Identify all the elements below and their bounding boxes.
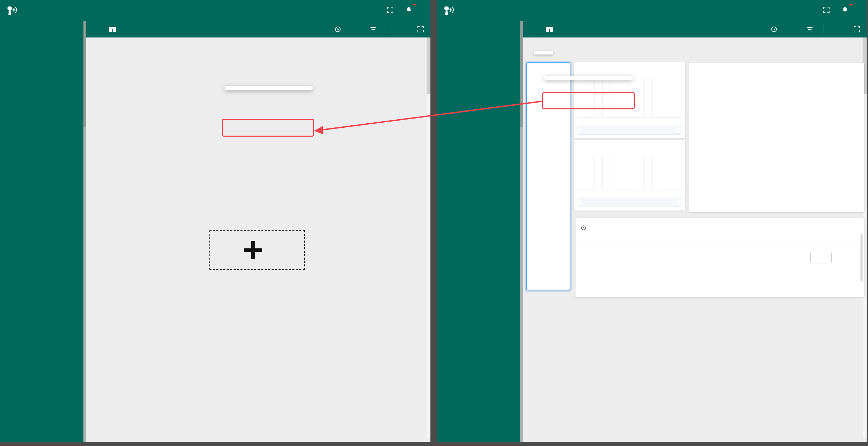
divider xyxy=(104,25,104,34)
exit-fullscreen-icon[interactable] xyxy=(854,26,860,32)
chart-grid xyxy=(578,77,681,118)
content-scrollbar-thumb[interactable] xyxy=(427,37,430,94)
manage-layouts-icon[interactable] xyxy=(109,27,116,32)
top-header xyxy=(0,0,430,21)
table-scrollbar-thumb[interactable] xyxy=(861,234,863,281)
notifications-bell-icon[interactable] xyxy=(406,6,412,15)
notifications-bell-icon[interactable] xyxy=(842,6,848,15)
plus-icon xyxy=(244,241,262,259)
widget-title xyxy=(527,63,570,67)
thingseye-logo[interactable] xyxy=(443,5,458,16)
alarms-widget[interactable] xyxy=(575,218,864,297)
widget-context-menu xyxy=(544,76,633,80)
divider xyxy=(387,25,387,34)
timewindow-label xyxy=(574,62,685,66)
widget-title xyxy=(689,63,864,68)
sidebar-scrollbar[interactable] xyxy=(83,21,86,442)
clock-icon xyxy=(581,225,586,230)
sidebar-scrollbar[interactable] xyxy=(520,21,523,442)
dashboard-toolbar xyxy=(523,21,867,37)
fullscreen-icon[interactable] xyxy=(823,7,830,14)
notification-badge xyxy=(413,4,416,5)
logo-mark xyxy=(6,5,19,16)
sidebar xyxy=(0,21,83,442)
chart-grid xyxy=(578,155,681,189)
timeseries-chart-widget-1[interactable] xyxy=(574,62,685,138)
timewindow-clock-icon[interactable] xyxy=(335,26,341,32)
timewindow-label xyxy=(574,140,685,144)
window-dashboard-123 xyxy=(0,0,430,442)
notification-badge xyxy=(849,4,853,5)
timewindow-clock-icon[interactable] xyxy=(771,26,777,32)
chart-range-slider[interactable] xyxy=(578,198,681,206)
dashboard-context-menu xyxy=(225,86,313,90)
logo-mark xyxy=(443,5,456,16)
page-size-select[interactable] xyxy=(810,252,832,263)
widget-title xyxy=(575,218,864,222)
entities-widget[interactable] xyxy=(526,62,570,290)
widget-action-toolbar xyxy=(534,51,553,55)
dashboard-toolbar xyxy=(86,21,430,37)
divider xyxy=(541,25,541,34)
window-dashboard-set-alarm xyxy=(437,0,867,442)
add-new-widget-button[interactable] xyxy=(209,230,305,270)
manage-layouts-icon[interactable] xyxy=(546,27,553,32)
top-header xyxy=(437,0,867,21)
threshold-setting-widget[interactable] xyxy=(689,63,864,212)
alarms-table-header xyxy=(575,233,864,247)
divider xyxy=(823,25,823,34)
timeseries-chart-widget-2[interactable] xyxy=(574,140,685,211)
filter-icon[interactable] xyxy=(807,27,812,31)
content-scrollbar[interactable] xyxy=(427,37,430,438)
exit-fullscreen-icon[interactable] xyxy=(417,26,424,32)
sidebar xyxy=(437,21,520,442)
chart-range-slider[interactable] xyxy=(578,126,681,135)
fullscreen-icon[interactable] xyxy=(387,7,393,14)
thingseye-logo[interactable] xyxy=(6,5,21,16)
alarms-timewindow[interactable] xyxy=(575,222,864,230)
name-column-header[interactable] xyxy=(527,67,570,75)
alarms-pagination xyxy=(575,247,864,263)
filter-icon[interactable] xyxy=(370,27,376,31)
